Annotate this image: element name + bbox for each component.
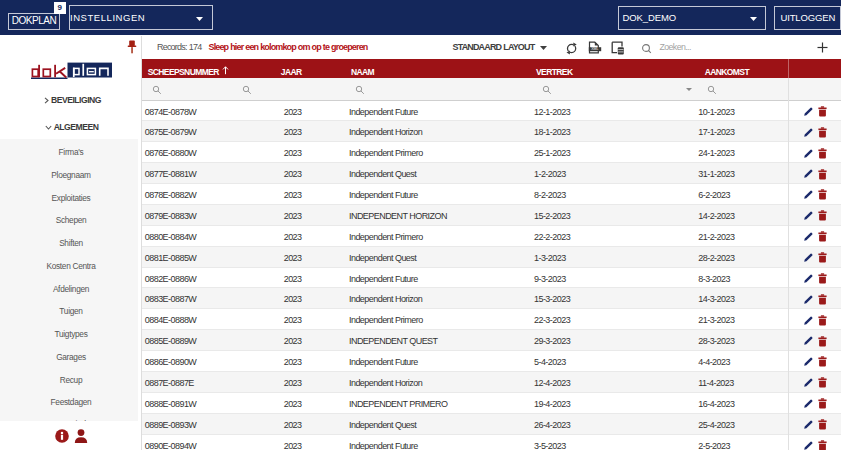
svg-text:XML: XML: [591, 47, 598, 51]
